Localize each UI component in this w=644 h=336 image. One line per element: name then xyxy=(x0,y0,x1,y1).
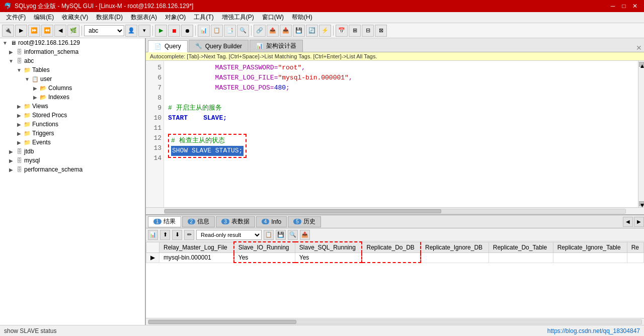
btab-history[interactable]: 5 历史 xyxy=(288,216,321,227)
toolbar-table4[interactable]: 🔍 xyxy=(237,25,249,37)
toolbar-import[interactable]: 📥 xyxy=(280,25,292,37)
cell-relay-log[interactable]: mysql-bin.000001 xyxy=(159,253,234,263)
minimize-button[interactable]: ─ xyxy=(608,2,618,11)
horizontal-scrollbar-result[interactable] xyxy=(146,318,644,325)
cell-ignore-db[interactable] xyxy=(421,253,489,263)
toolbar-table-new[interactable]: 📊 xyxy=(198,25,210,37)
database-selector[interactable]: abc xyxy=(84,25,124,36)
toolbar-export[interactable]: 📤 xyxy=(267,25,279,37)
menu-window[interactable]: 窗口(W) xyxy=(258,12,288,23)
cell-sql-running[interactable]: Yes xyxy=(295,253,362,263)
toolbar-sync[interactable]: ⚡ xyxy=(319,25,331,37)
sidebar-item-mysql[interactable]: ▶ 🗄 mysql xyxy=(0,156,145,165)
sidebar-item-root[interactable]: ▼ 🖥 root@192.168.126.129 xyxy=(0,38,145,47)
btab-infoeng[interactable]: 4 Info xyxy=(256,216,287,227)
toolbar-btn-3[interactable]: ⏩ xyxy=(28,25,40,37)
menu-help[interactable]: 帮助(H) xyxy=(288,12,316,23)
col-sql-running[interactable]: Slave_SQL_Running xyxy=(295,242,362,253)
toolbar-grid1[interactable]: ⊞ xyxy=(349,25,361,37)
toolbar-btn-6[interactable]: 🌿 xyxy=(67,25,79,37)
sidebar-item-jtdb[interactable]: ▶ 🗄 jtdb xyxy=(0,147,145,156)
sidebar-item-info-schema[interactable]: ▶ 🗄 information_schema xyxy=(0,47,145,56)
menu-edit[interactable]: 编辑(E) xyxy=(30,12,58,23)
menu-object[interactable]: 对象(O) xyxy=(161,12,190,23)
result-grid[interactable]: Relay_Master_Log_File Slave_IO_Running S… xyxy=(146,241,644,318)
toolbar-btn-8[interactable]: ▾ xyxy=(138,25,150,37)
cell-do-table[interactable] xyxy=(489,253,553,263)
btab-result[interactable]: 1 结果 xyxy=(148,216,181,227)
menu-file[interactable]: 文件(F) xyxy=(2,12,30,23)
toolbar-btn-4[interactable]: ⏪ xyxy=(41,25,53,37)
toolbar-btn-5[interactable]: ◀ xyxy=(54,25,66,37)
result-tb-7[interactable]: 🔍 xyxy=(288,230,298,240)
result-tb-8[interactable]: 📤 xyxy=(300,230,310,240)
col-ignore-table[interactable]: Replicate_Ignore_Table xyxy=(553,242,627,253)
result-tb-5[interactable]: 📋 xyxy=(264,230,274,240)
toolbar-stop[interactable]: ⏹ xyxy=(168,25,180,37)
col-io-running[interactable]: Slave_IO_Running xyxy=(234,242,295,253)
col-do-db[interactable]: Replicate_Do_DB xyxy=(362,242,421,253)
toolbar-btn-1[interactable]: 🔌 xyxy=(2,25,14,37)
menu-table[interactable]: 数据表(A) xyxy=(127,12,161,23)
maximize-button[interactable]: □ xyxy=(619,2,629,11)
toolbar-backup[interactable]: 💾 xyxy=(293,25,305,37)
horizontal-scrollbar-editor[interactable] xyxy=(146,207,644,214)
vertical-scrollbar[interactable]: ▲ ▼ xyxy=(638,61,644,207)
menu-tools[interactable]: 工具(T) xyxy=(190,12,217,23)
btab-tabledata[interactable]: 3 表数据 xyxy=(216,216,255,227)
col-relay-log[interactable]: Relay_Master_Log_File xyxy=(159,242,234,253)
sidebar-item-perf-schema[interactable]: ▶ 🗄 performance_schema xyxy=(0,165,145,174)
sidebar-item-columns[interactable]: ▶ 📂 Columns xyxy=(0,83,145,93)
code-editor[interactable]: MASTER_PASSWORD="root", MASTER_LOG_FILE=… xyxy=(164,61,638,207)
sidebar-item-functions[interactable]: ▶ 📁 Functions xyxy=(0,120,145,129)
sidebar-item-stored-procs[interactable]: ▶ 📁 Stored Procs xyxy=(0,111,145,120)
cell-io-running[interactable]: Yes xyxy=(234,253,295,263)
tab-query-builder[interactable]: 🔧 Query Builder xyxy=(189,40,249,52)
scrollbar-thumb[interactable] xyxy=(165,209,441,213)
scroll-down-btn[interactable]: ▼ xyxy=(639,201,644,206)
result-next-btn[interactable]: ▶ xyxy=(634,217,644,227)
result-tb-1[interactable]: 📊 xyxy=(148,230,158,240)
cell-do-db[interactable] xyxy=(362,253,421,263)
toolbar-grid2[interactable]: ⊟ xyxy=(362,25,374,37)
col-do-table[interactable]: Replicate_Do_Table xyxy=(489,242,553,253)
tab-schema-designer[interactable]: 📊 架构设计器 xyxy=(250,40,303,52)
toolbar-btn-7[interactable]: 👤 xyxy=(125,25,137,37)
btab-info[interactable]: 2 信息 xyxy=(182,216,215,227)
result-tb-2[interactable]: ⬆ xyxy=(160,230,170,240)
toolbar-btn-9[interactable]: ⏺ xyxy=(181,25,193,37)
toolbar-table3[interactable]: 📑 xyxy=(224,25,236,37)
sidebar-item-abc[interactable]: ▼ 🗄 abc xyxy=(0,56,145,65)
toolbar-table2[interactable]: 📋 xyxy=(211,25,223,37)
toolbar-restore[interactable]: 🔄 xyxy=(306,25,318,37)
toolbar-run[interactable]: ▶ xyxy=(155,25,167,37)
sidebar-item-tables[interactable]: ▼ 📁 Tables xyxy=(0,65,145,74)
result-mode-select[interactable]: Read-only result xyxy=(196,230,262,240)
table-row[interactable]: ▶ mysql-bin.000001 Yes Yes xyxy=(146,253,644,263)
result-prev-btn[interactable]: ◀ xyxy=(623,217,633,227)
sidebar-item-views[interactable]: ▶ 📁 Views xyxy=(0,102,145,111)
col-re[interactable]: Re xyxy=(627,242,643,253)
menu-database[interactable]: 数据库(D) xyxy=(92,12,127,23)
result-scroll-thumb[interactable] xyxy=(148,320,296,324)
menu-favorites[interactable]: 收藏夹(V) xyxy=(58,12,92,23)
sidebar-item-triggers[interactable]: ▶ 📁 Triggers xyxy=(0,129,145,138)
toolbar-conn[interactable]: 🔗 xyxy=(254,25,266,37)
result-tb-3[interactable]: ⬇ xyxy=(172,230,182,240)
toolbar-grid3[interactable]: ⊠ xyxy=(375,25,387,37)
toolbar-btn-2[interactable]: ▶ xyxy=(15,25,27,37)
cell-re[interactable] xyxy=(627,253,643,263)
editor-area[interactable]: 5 6 7 8 9 10 11 12 13 14 MASTER_PASSWORD… xyxy=(146,61,644,207)
result-tb-6[interactable]: 💾 xyxy=(276,230,286,240)
scroll-up-btn[interactable]: ▲ xyxy=(639,62,644,67)
result-tb-4[interactable]: ✏ xyxy=(184,230,194,240)
cell-ignore-table[interactable] xyxy=(553,253,627,263)
menu-advanced[interactable]: 增强工具(P) xyxy=(218,12,258,23)
tab-close-button[interactable]: ✕ xyxy=(636,44,642,52)
close-button[interactable]: ✕ xyxy=(630,2,640,11)
col-ignore-db[interactable]: Replicate_Ignore_DB xyxy=(421,242,489,253)
sidebar-item-events[interactable]: ▶ 📁 Events xyxy=(0,138,145,147)
tab-query[interactable]: 📄 Query xyxy=(148,40,188,52)
sidebar-item-indexes[interactable]: ▶ 📂 Indexes xyxy=(0,93,145,102)
toolbar-schedule[interactable]: 📅 xyxy=(336,25,348,37)
